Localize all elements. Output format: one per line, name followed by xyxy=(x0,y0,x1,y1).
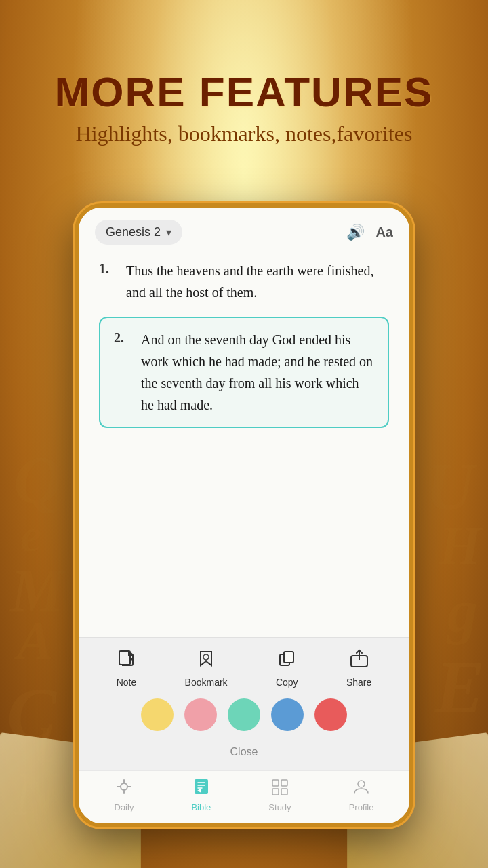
copy-icon xyxy=(277,649,296,673)
verse-2-inner: 2. And on the seventh day God ended his … xyxy=(114,329,374,416)
note-icon xyxy=(117,649,136,673)
svg-rect-8 xyxy=(281,780,287,786)
sub-title: Highlights, bookmarks, notes,favorites xyxy=(0,121,488,146)
phone-inner: Genesis 2 ▾ 🔊 Aa 1. Thus the heavens and… xyxy=(79,208,409,823)
chapter-selector[interactable]: Genesis 2 ▾ xyxy=(95,220,182,245)
svg-point-11 xyxy=(358,781,365,787)
color-swatches xyxy=(92,698,396,731)
note-label: Note xyxy=(117,677,137,688)
swatch-pink[interactable] xyxy=(184,698,217,731)
swatch-yellow[interactable] xyxy=(141,698,174,731)
bible-content: 1. Thus the heavens and the earth were f… xyxy=(79,253,409,637)
copy-button[interactable]: Copy xyxy=(276,649,298,688)
nav-bible[interactable]: Bible xyxy=(191,778,211,812)
share-button[interactable]: Share xyxy=(346,649,371,688)
svg-rect-10 xyxy=(281,789,287,795)
action-bar: Note Bookmark xyxy=(79,637,409,770)
svg-rect-3 xyxy=(284,652,293,663)
bookmark-button[interactable]: Bookmark xyxy=(185,649,228,688)
verse-2-text: And on the seventh day God ended his wor… xyxy=(141,329,374,416)
daily-label: Daily xyxy=(115,802,134,812)
copy-label: Copy xyxy=(276,677,298,688)
nav-study[interactable]: Study xyxy=(268,778,291,812)
note-button[interactable]: Note xyxy=(117,649,137,688)
svg-point-5 xyxy=(121,783,127,790)
action-buttons: Note Bookmark xyxy=(92,649,396,688)
top-icons: 🔊 Aa xyxy=(346,224,393,241)
swatch-green[interactable] xyxy=(228,698,260,731)
close-button[interactable]: Close xyxy=(92,741,396,764)
verse-1: 1. Thus the heavens and the earth were f… xyxy=(99,260,389,303)
header-section: MORE FEATURES Highlights, bookmarks, not… xyxy=(0,68,488,146)
bookmark-label: Bookmark xyxy=(185,677,228,688)
bottom-nav: Daily Bible xyxy=(79,770,409,823)
svg-point-1 xyxy=(203,654,209,660)
share-label: Share xyxy=(346,677,371,688)
main-title: MORE FEATURES xyxy=(0,68,488,116)
study-label: Study xyxy=(268,802,291,812)
share-icon xyxy=(350,649,369,673)
svg-rect-7 xyxy=(272,780,279,786)
bookmark-icon xyxy=(197,649,216,673)
nav-profile[interactable]: Profile xyxy=(349,778,374,812)
top-bar: Genesis 2 ▾ 🔊 Aa xyxy=(79,208,409,253)
daily-icon xyxy=(115,778,133,800)
study-icon xyxy=(271,778,289,800)
swatch-red[interactable] xyxy=(314,698,347,731)
chapter-label: Genesis 2 xyxy=(106,225,161,239)
swatch-blue[interactable] xyxy=(271,698,304,731)
bible-label: Bible xyxy=(191,802,211,812)
verse-1-number: 1. xyxy=(99,260,119,303)
audio-icon[interactable]: 🔊 xyxy=(346,224,365,241)
profile-icon xyxy=(352,778,370,800)
bible-icon xyxy=(192,778,210,800)
verse-2-highlighted[interactable]: 2. And on the seventh day God ended his … xyxy=(99,317,389,428)
svg-rect-9 xyxy=(272,789,279,795)
verse-1-text: Thus the heavens and the earth were fini… xyxy=(126,260,389,303)
chevron-down-icon: ▾ xyxy=(166,226,171,239)
font-size-icon[interactable]: Aa xyxy=(375,224,393,240)
profile-label: Profile xyxy=(349,802,374,812)
phone-mockup: Genesis 2 ▾ 🔊 Aa 1. Thus the heavens and… xyxy=(75,203,413,827)
nav-daily[interactable]: Daily xyxy=(115,778,134,812)
verse-2-number: 2. xyxy=(114,329,134,416)
